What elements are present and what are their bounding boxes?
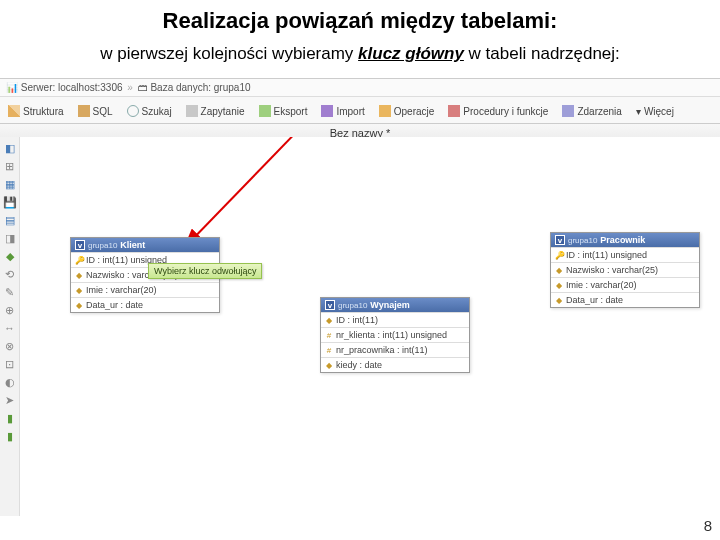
page-subtitle: w pierwszej kolejności wybieramy klucz g… — [0, 44, 720, 64]
collapse-icon[interactable]: v — [555, 235, 565, 245]
sidebar-tool-icon[interactable]: ▮ — [3, 411, 17, 425]
column-text: nr_klienta : int(11) unsigned — [336, 330, 447, 340]
designer-wrap: ◧ ⊞ ▦ 💾 ▤ ◨ ◆ ⟲ ✎ ⊕ ↔ ⊗ ⊡ ◐ ➤ ▮ ▮ — [0, 137, 720, 516]
tab-label: Eksport — [274, 106, 308, 117]
subtitle-post: w tabeli nadrzędnej: — [464, 44, 620, 63]
field-icon: ◆ — [75, 286, 83, 295]
tab-zdarzenia[interactable]: Zdarzenia — [556, 100, 627, 120]
page-title: Realizacja powiązań między tabelami: — [0, 8, 720, 34]
structure-icon — [8, 105, 20, 117]
sidebar-tool-icon[interactable]: ⟲ — [3, 267, 17, 281]
index-icon: # — [325, 331, 333, 340]
sidebar-tool-icon[interactable]: ◆ — [3, 249, 17, 263]
column-imie[interactable]: ◆Imie : varchar(20) — [551, 277, 699, 292]
db-value[interactable]: grupa10 — [214, 82, 251, 93]
field-icon: ◆ — [555, 266, 563, 275]
breadcrumb-arrow-icon: » — [127, 82, 133, 93]
column-data-ur[interactable]: ◆Data_ur : date — [551, 292, 699, 307]
sidebar-tool-icon[interactable]: ◧ — [3, 141, 17, 155]
column-nazwisko[interactable]: ◆Nazwisko : varchar(25) — [551, 262, 699, 277]
column-data-ur[interactable]: ◆Data_ur : date — [71, 297, 219, 312]
tab-label: Operacje — [394, 106, 435, 117]
breadcrumb: 📊 Serwer: localhost:3306 » 🗃 Baza danych… — [0, 79, 720, 97]
sidebar-tool-icon[interactable]: ▦ — [3, 177, 17, 191]
sidebar-tool-icon[interactable]: ↔ — [3, 321, 17, 335]
tab-label: SQL — [93, 106, 113, 117]
sql-icon — [78, 105, 90, 117]
tab-struktura[interactable]: Struktura — [2, 100, 70, 120]
table-header[interactable]: v grupa10 Pracownik — [551, 233, 699, 247]
sidebar-tool-icon[interactable]: ⊕ — [3, 303, 17, 317]
column-text: Imie : varchar(20) — [566, 280, 637, 290]
tab-wiecej[interactable]: ▾Więcej — [630, 101, 680, 120]
field-icon: ◆ — [555, 281, 563, 290]
tab-sql[interactable]: SQL — [72, 100, 119, 120]
tab-import[interactable]: Import — [315, 100, 370, 120]
table-header[interactable]: v grupa10 Wynajem — [321, 298, 469, 312]
column-text: Data_ur : date — [86, 300, 143, 310]
key-icon: 🔑 — [75, 256, 83, 265]
sidebar-tool-icon[interactable]: ◐ — [3, 375, 17, 389]
subtitle-emphasis: klucz główny — [358, 44, 464, 63]
table-name: Wynajem — [370, 300, 409, 310]
column-text: Nazwisko : varchar(25) — [566, 265, 658, 275]
field-icon: ◆ — [325, 361, 333, 370]
column-text: kiedy : date — [336, 360, 382, 370]
sidebar-tool-icon[interactable]: ▤ — [3, 213, 17, 227]
phpmyadmin-area: 📊 Serwer: localhost:3306 » 🗃 Baza danych… — [0, 78, 720, 516]
field-icon: ◆ — [75, 271, 83, 280]
sidebar-tool-icon[interactable]: ⊡ — [3, 357, 17, 371]
field-icon: ◆ — [555, 296, 563, 305]
sidebar-tool-icon[interactable]: ⊗ — [3, 339, 17, 353]
key-icon: 🔑 — [555, 251, 563, 260]
tab-label: Zdarzenia — [577, 106, 621, 117]
field-icon: ◆ — [75, 301, 83, 310]
sidebar-tool-icon[interactable]: ▮ — [3, 429, 17, 443]
search-icon — [127, 105, 139, 117]
table-db: grupa10 — [568, 236, 597, 245]
import-icon — [321, 105, 333, 117]
server-label: Serwer: — [21, 82, 55, 93]
table-wynajem[interactable]: v grupa10 Wynajem ◆ID : int(11) #nr_klie… — [320, 297, 470, 373]
events-icon — [562, 105, 574, 117]
tab-eksport[interactable]: Eksport — [253, 100, 314, 120]
designer-canvas[interactable]: v grupa10 Klient 🔑ID : int(11) unsigned … — [20, 137, 720, 516]
column-text: Data_ur : date — [566, 295, 623, 305]
table-pracownik[interactable]: v grupa10 Pracownik 🔑ID : int(11) unsign… — [550, 232, 700, 308]
routines-icon — [448, 105, 460, 117]
sidebar-tool-icon[interactable]: ➤ — [3, 393, 17, 407]
column-id[interactable]: ◆ID : int(11) — [321, 312, 469, 327]
tab-zapytanie[interactable]: Zapytanie — [180, 100, 251, 120]
tab-operacje[interactable]: Operacje — [373, 100, 441, 120]
field-icon: ◆ — [325, 316, 333, 325]
tab-label: Zapytanie — [201, 106, 245, 117]
page-number: 8 — [704, 517, 712, 534]
tab-szukaj[interactable]: Szukaj — [121, 100, 178, 120]
sidebar-tool-icon[interactable]: ◨ — [3, 231, 17, 245]
index-icon: # — [325, 346, 333, 355]
column-nr-klienta[interactable]: #nr_klienta : int(11) unsigned — [321, 327, 469, 342]
collapse-icon[interactable]: v — [325, 300, 335, 310]
table-header[interactable]: v grupa10 Klient — [71, 238, 219, 252]
db-label: Baza danych: — [150, 82, 211, 93]
column-id[interactable]: 🔑ID : int(11) unsigned — [551, 247, 699, 262]
column-text: nr_pracownika : int(11) — [336, 345, 428, 355]
column-kiedy[interactable]: ◆kiedy : date — [321, 357, 469, 372]
table-name: Klient — [120, 240, 145, 250]
sidebar-tool-icon[interactable]: ✎ — [3, 285, 17, 299]
tab-label: Import — [336, 106, 364, 117]
server-value[interactable]: localhost:3306 — [58, 82, 123, 93]
table-db: grupa10 — [338, 301, 367, 310]
sidebar-tool-icon[interactable]: 💾 — [3, 195, 17, 209]
column-text: Imie : varchar(20) — [86, 285, 157, 295]
sidebar-tool-icon[interactable]: ⊞ — [3, 159, 17, 173]
column-imie[interactable]: ◆Imie : varchar(20) — [71, 282, 219, 297]
more-icon: ▾ — [636, 106, 641, 117]
tab-label: Więcej — [644, 106, 674, 117]
collapse-icon[interactable]: v — [75, 240, 85, 250]
designer-sidebar: ◧ ⊞ ▦ 💾 ▤ ◨ ◆ ⟲ ✎ ⊕ ↔ ⊗ ⊡ ◐ ➤ ▮ ▮ — [0, 137, 20, 516]
table-db: grupa10 — [88, 241, 117, 250]
tab-procedury[interactable]: Procedury i funkcje — [442, 100, 554, 120]
query-icon — [186, 105, 198, 117]
column-nr-pracownika[interactable]: #nr_pracownika : int(11) — [321, 342, 469, 357]
